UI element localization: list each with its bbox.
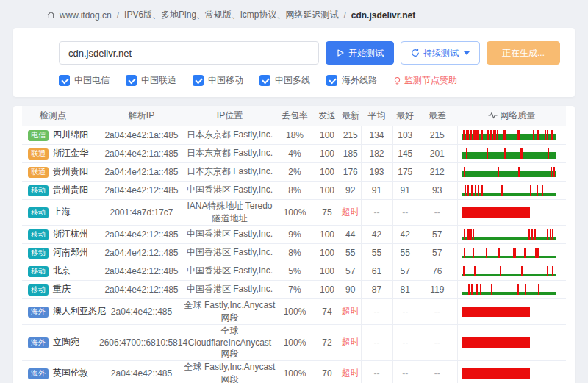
quality-spike	[547, 130, 548, 140]
quality-spike	[542, 185, 543, 196]
checkbox[interactable]	[326, 75, 337, 86]
carrier-badge: 海外	[28, 368, 49, 379]
quality-spike	[478, 130, 479, 140]
carrier-badge: 联通	[28, 167, 49, 178]
quality-spike	[537, 248, 539, 258]
table-row: 移动河南郑州2a04:4e42:12::485中国香港区 Fastly,Inc.…	[22, 243, 566, 262]
checkbox-item[interactable]: 中国多线	[259, 74, 310, 87]
quality-cell	[457, 126, 566, 144]
quality-cell	[457, 144, 566, 162]
worst-cell: 215	[417, 126, 457, 144]
quality-chart	[462, 247, 556, 259]
quality-spike	[478, 185, 479, 196]
ip-cell: 2a04:4e42:12::485	[99, 280, 184, 298]
latest-cell: 57	[340, 262, 361, 280]
location-label: 上海	[53, 207, 71, 217]
quality-spike	[487, 148, 488, 159]
checkbox-item[interactable]: 中国移动	[193, 74, 243, 87]
sponsor-link[interactable]: 监测节点赞助	[393, 74, 457, 87]
sent-cell: 100	[314, 225, 340, 243]
quality-spike	[538, 284, 539, 295]
worst-cell: --	[417, 298, 457, 324]
checkbox-item[interactable]: 中国电信	[59, 74, 110, 87]
checkbox[interactable]	[193, 75, 204, 86]
sent-cell: 100	[314, 280, 340, 298]
column-header: 最好	[392, 106, 417, 126]
quality-spike	[505, 130, 506, 140]
host-input[interactable]	[59, 41, 319, 65]
loss-cell: 100%	[276, 324, 314, 360]
checkbox[interactable]	[259, 75, 270, 86]
continuous-test-button[interactable]: 持续测试	[401, 41, 480, 65]
loss-cell: 18%	[276, 126, 314, 144]
quality-cell	[457, 360, 566, 383]
ip-location-cell: 中国香港区 Fastly,Inc.	[184, 243, 276, 262]
quality-chart	[462, 148, 556, 160]
checkbox-item[interactable]: 海外线路	[326, 74, 377, 87]
start-test-label: 开始测试	[348, 47, 384, 60]
generating-button[interactable]: 正在生成...	[487, 41, 560, 65]
best-cell: 103	[392, 126, 417, 144]
quality-spike	[491, 284, 492, 295]
ip-cell: 2a04:4e42:12::485	[99, 243, 184, 262]
quality-spike	[518, 130, 520, 140]
avg-cell: --	[361, 324, 392, 360]
quality-cell	[457, 298, 566, 324]
quality-spike	[504, 148, 506, 159]
best-cell: 145	[392, 144, 417, 162]
quality-loss-bar	[462, 207, 530, 218]
sent-cell: 100	[314, 243, 340, 262]
carrier-badge: 移动	[28, 185, 49, 196]
loss-cell: 100%	[276, 199, 314, 225]
header-row: 检测点解析IPIP位置丢包率发送最新平均最好最差 网络质量	[22, 106, 566, 126]
checkbox-group: 中国电信中国联通中国移动中国多线海外线路	[59, 74, 377, 87]
avg-cell: 193	[361, 162, 392, 181]
ip-location-cell: 日本东京都 Fastly,Inc.	[184, 126, 276, 144]
quality-spike	[534, 229, 536, 240]
column-header: 网络质量	[457, 106, 566, 126]
quality-loss-bar	[462, 337, 530, 348]
ip-cell: 2001:4a7d:17c7	[99, 199, 184, 225]
carrier-badge: 海外	[28, 337, 49, 348]
sent-cell: 100	[314, 262, 340, 280]
checkbox[interactable]	[126, 75, 137, 86]
node-cell: 移动贵州贵阳	[22, 181, 99, 199]
location-label: 重庆	[53, 284, 71, 294]
quality-spike	[521, 148, 523, 159]
node-cell: 海外澳大利亚悉尼	[22, 298, 99, 324]
ip-cell: 2a04:4e42:12::485	[99, 225, 184, 243]
quality-spike	[518, 167, 520, 177]
caret-down-icon	[464, 51, 470, 55]
quality-spike	[550, 229, 551, 240]
worst-cell: --	[417, 324, 457, 360]
best-cell: 42	[392, 225, 417, 243]
checkbox-item[interactable]: 中国联通	[126, 74, 176, 87]
latest-cell: 44	[340, 225, 361, 243]
column-header: 平均	[361, 106, 392, 126]
quality-spike	[547, 266, 548, 276]
table-row: 联通贵州贵阳2a04:4e42:1a::485日本东京都 Fastly,Inc.…	[22, 162, 566, 181]
checkbox[interactable]	[59, 75, 70, 86]
quality-chart	[462, 129, 556, 141]
location-label: 立陶宛	[53, 337, 79, 347]
avg-cell: 91	[361, 181, 392, 199]
quality-cell	[457, 262, 566, 280]
sent-cell: 70	[314, 360, 340, 383]
breadcrumb-home-link[interactable]: www.itdog.cn	[60, 10, 112, 21]
quality-spike	[471, 185, 473, 196]
node-cell: 电信四川绵阳	[22, 126, 99, 144]
quality-chart	[462, 265, 556, 277]
best-cell: --	[392, 298, 417, 324]
checkbox-label: 中国多线	[275, 74, 310, 87]
column-header: 最新	[340, 106, 361, 126]
column-header: 丢包率	[276, 106, 314, 126]
avg-cell: --	[361, 298, 392, 324]
ip-cell: 2a04:4e42:1a::485	[99, 162, 184, 181]
worst-cell: 201	[417, 144, 457, 162]
start-test-button[interactable]: 开始测试	[326, 41, 394, 65]
table-row: 电信四川绵阳2a04:4e42:1a::485日本东京都 Fastly,Inc.…	[22, 126, 566, 144]
quality-green-bar	[462, 171, 556, 177]
quality-cell	[457, 280, 566, 298]
quality-chart	[462, 284, 556, 296]
ip-location-cell: 中国香港区 Fastly,Inc.	[184, 280, 276, 298]
